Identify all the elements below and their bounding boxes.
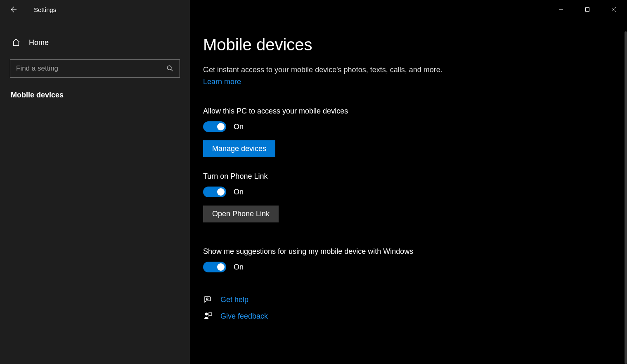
main-panel: Mobile devices Get instant access to you…	[190, 19, 627, 364]
give-feedback-row: Give feedback	[203, 311, 610, 321]
allow-access-state: On	[234, 123, 244, 131]
window-controls	[548, 0, 627, 19]
suggestions-row: On	[203, 262, 610, 272]
minimize-icon	[558, 7, 563, 12]
page-description: Get instant access to your mobile device…	[203, 66, 610, 74]
svg-text:?: ?	[207, 298, 208, 300]
allow-access-row: On	[203, 121, 610, 132]
chat-help-icon: ?	[203, 295, 213, 305]
give-feedback-link[interactable]: Give feedback	[220, 312, 268, 321]
arrow-left-icon	[9, 5, 17, 14]
allow-access-label: Allow this PC to access your mobile devi…	[203, 107, 610, 116]
feedback-icon	[203, 311, 213, 321]
close-button[interactable]	[601, 0, 627, 19]
page-title: Mobile devices	[203, 35, 610, 54]
toggle-knob	[217, 263, 225, 271]
phone-link-state: On	[234, 188, 244, 196]
search-box[interactable]	[10, 59, 180, 78]
svg-point-4	[167, 66, 171, 70]
manage-devices-button[interactable]: Manage devices	[203, 140, 275, 157]
allow-access-toggle[interactable]	[203, 121, 226, 132]
suggestions-toggle[interactable]	[203, 262, 226, 272]
titlebar: Settings	[0, 0, 627, 19]
suggestions-label: Show me suggestions for using my mobile …	[203, 247, 610, 256]
sidebar-item-mobile-devices[interactable]: Mobile devices	[10, 88, 180, 102]
home-label: Home	[29, 38, 49, 47]
phone-link-row: On	[203, 187, 610, 197]
suggestions-state: On	[234, 263, 244, 272]
minimize-button[interactable]	[548, 0, 574, 19]
get-help-row: ? Get help	[203, 295, 610, 305]
open-phone-link-button[interactable]: Open Phone Link	[203, 206, 279, 222]
close-icon	[611, 7, 616, 12]
svg-point-8	[205, 313, 208, 316]
back-button[interactable]	[9, 5, 17, 14]
maximize-button[interactable]	[574, 0, 601, 19]
app-title: Settings	[34, 6, 56, 13]
titlebar-right	[190, 0, 627, 19]
sidebar-home[interactable]: Home	[10, 35, 180, 50]
sidebar: Home Mobile devices	[0, 19, 190, 364]
toggle-knob	[217, 188, 225, 196]
svg-line-5	[171, 69, 173, 71]
learn-more-link[interactable]: Learn more	[203, 78, 241, 86]
phone-link-label: Turn on Phone Link	[203, 172, 610, 181]
content: Home Mobile devices Mobile devices Get i…	[0, 19, 627, 364]
phone-link-toggle[interactable]	[203, 187, 226, 197]
toggle-knob	[217, 123, 225, 130]
maximize-icon	[585, 7, 590, 12]
search-input[interactable]	[16, 64, 166, 73]
search-icon	[166, 65, 174, 72]
help-section: ? Get help Give feedback	[203, 295, 610, 321]
scrollbar[interactable]	[625, 31, 627, 364]
get-help-link[interactable]: Get help	[220, 295, 248, 304]
home-icon	[12, 38, 21, 47]
svg-rect-1	[586, 8, 589, 12]
titlebar-left: Settings	[0, 0, 190, 19]
